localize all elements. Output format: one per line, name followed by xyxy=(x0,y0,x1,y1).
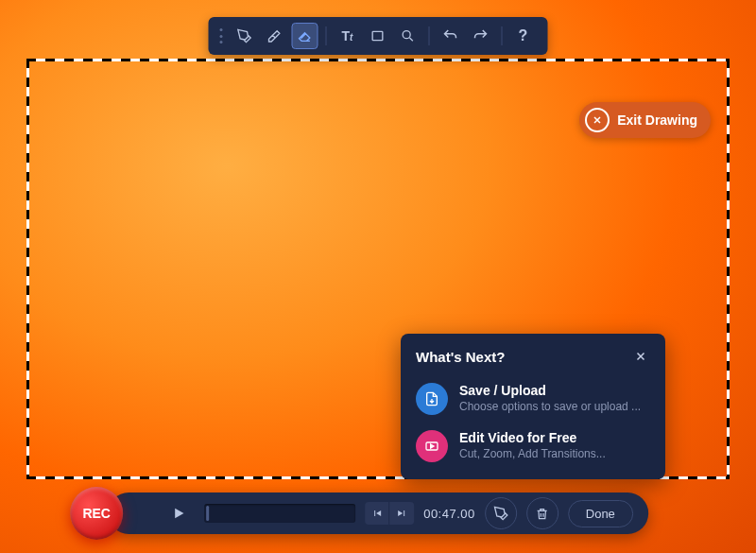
timeline-scrubber[interactable] xyxy=(204,504,355,523)
video-edit-icon xyxy=(416,430,448,462)
step-back-button[interactable] xyxy=(365,502,389,525)
whats-next-close-button[interactable] xyxy=(631,347,650,366)
magnifier-icon xyxy=(401,28,416,43)
help-button[interactable]: ? xyxy=(510,23,537,49)
eraser-tool-button[interactable] xyxy=(292,23,318,49)
delete-button[interactable] xyxy=(526,497,558,529)
playback-bar: REC 00:47.00 Done xyxy=(108,493,648,534)
whats-next-item-subtitle: Choose options to save or upload ... xyxy=(459,400,641,413)
svg-point-1 xyxy=(403,31,410,39)
close-icon xyxy=(585,108,610,132)
toolbar-divider xyxy=(429,26,430,45)
play-icon xyxy=(171,506,186,521)
eraser-icon xyxy=(298,28,313,43)
skip-previous-icon xyxy=(371,508,383,519)
trash-icon xyxy=(535,507,549,521)
whats-next-item-subtitle: Cut, Zoom, Add Transitions... xyxy=(459,447,606,460)
whats-next-panel: What's Next? Save / Upload Choose option… xyxy=(401,334,665,479)
done-button[interactable]: Done xyxy=(568,500,633,527)
play-button[interactable] xyxy=(163,497,195,529)
whats-next-item-title: Edit Video for Free xyxy=(459,430,606,445)
whats-next-item-title: Save / Upload xyxy=(459,383,641,398)
text-tool-button[interactable]: Tt xyxy=(335,23,361,49)
pencil-icon xyxy=(493,506,508,521)
magnifier-tool-button[interactable] xyxy=(395,23,421,49)
text-icon: Tt xyxy=(342,28,353,43)
undo-icon xyxy=(442,27,459,44)
toolbar-divider xyxy=(502,26,503,45)
rectangle-tool-button[interactable] xyxy=(365,23,391,49)
skip-next-icon xyxy=(396,508,407,519)
undo-button[interactable] xyxy=(438,23,464,49)
frame-step-group xyxy=(365,502,414,525)
whats-next-title: What's Next? xyxy=(416,349,505,365)
rectangle-icon xyxy=(370,28,386,43)
highlighter-tool-button[interactable] xyxy=(262,23,288,49)
redo-icon xyxy=(472,27,490,44)
record-button[interactable]: REC xyxy=(70,487,123,540)
pencil-icon xyxy=(237,28,252,43)
toolbar-drag-handle[interactable] xyxy=(220,26,224,46)
whats-next-edit-video-item[interactable]: Edit Video for Free Cut, Zoom, Add Trans… xyxy=(416,430,650,462)
help-icon: ? xyxy=(519,27,528,44)
rec-label: REC xyxy=(82,506,111,521)
exit-drawing-label: Exit Drawing xyxy=(617,112,697,128)
step-forward-button[interactable] xyxy=(389,502,414,525)
svg-rect-0 xyxy=(372,31,383,40)
close-icon xyxy=(634,350,647,363)
highlighter-icon xyxy=(267,28,283,43)
exit-drawing-button[interactable]: Exit Drawing xyxy=(579,102,711,138)
pencil-tool-button[interactable] xyxy=(232,23,258,49)
save-icon xyxy=(416,383,448,415)
drawing-toolbar: Tt ? xyxy=(209,17,548,55)
done-label: Done xyxy=(586,507,615,521)
redo-button[interactable] xyxy=(468,23,494,49)
toolbar-divider xyxy=(326,26,327,45)
whats-next-save-upload-item[interactable]: Save / Upload Choose options to save or … xyxy=(416,383,650,415)
time-display: 00:47.00 xyxy=(423,507,475,521)
draw-button[interactable] xyxy=(485,497,517,529)
